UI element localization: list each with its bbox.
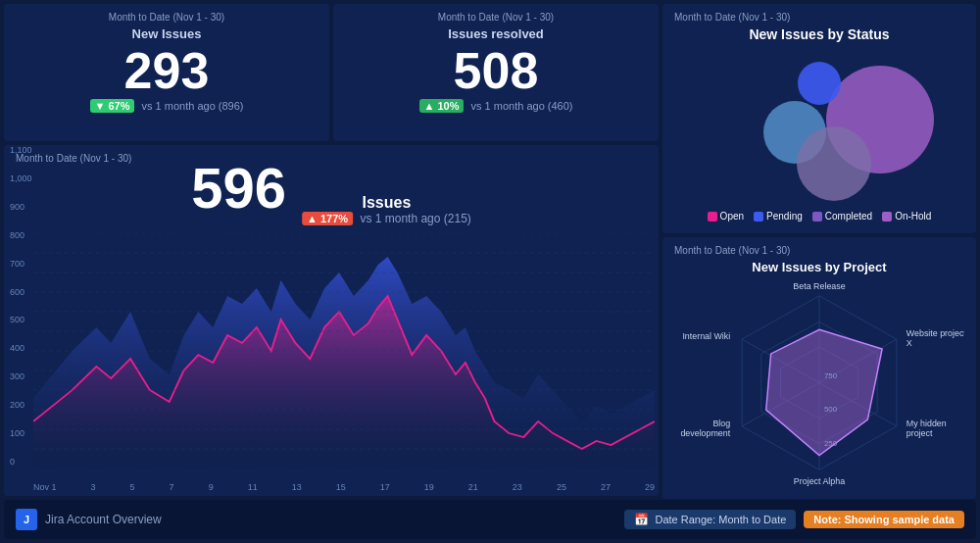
- new-issues-change-text: vs 1 month ago (896): [142, 100, 244, 112]
- resolved-title: Issues resolved: [345, 26, 647, 41]
- radar-label-bl2: development: [680, 428, 730, 438]
- radar-date-label: Month to Date (Nov 1 - 30): [674, 245, 964, 256]
- bubble-pending-small: [798, 62, 841, 105]
- chart-area: [33, 233, 655, 469]
- y-300: 300: [10, 371, 32, 381]
- radar-svg: 250 500 750 Beta Release Website project…: [674, 274, 964, 491]
- legend-open-label: Open: [720, 211, 744, 222]
- new-issues-value: 293: [16, 45, 318, 96]
- calendar-icon: 📅: [634, 513, 649, 526]
- legend-completed-dot: [812, 212, 822, 222]
- x-7: 7: [170, 482, 174, 492]
- radar-val-250: 250: [824, 439, 838, 448]
- issues-header: 596 Issues ▲ 177% vs 1 month ago (215): [191, 155, 471, 225]
- sample-data-badge: Note: Showing sample data: [804, 511, 964, 528]
- radar-label-bottom: Project Alpha: [794, 476, 845, 486]
- resolved-change: ▲ 10% vs 1 month ago (460): [345, 100, 647, 112]
- issues-change-text: vs 1 month ago (215): [360, 212, 470, 225]
- x-23: 23: [513, 482, 522, 492]
- y-100: 100: [10, 428, 32, 438]
- issues-change: ▲ 177% vs 1 month ago (215): [302, 212, 471, 225]
- date-range-label: Date Range: Month to Date: [655, 514, 786, 525]
- x-27: 27: [601, 482, 611, 492]
- y-0: 0: [10, 457, 32, 467]
- x-15: 15: [336, 482, 346, 492]
- issues-chart-card: Month to Date (Nov 1 - 30) 596 Issues ▲ …: [4, 145, 659, 496]
- radar-val-750: 750: [824, 371, 838, 380]
- y-500: 500: [10, 315, 32, 324]
- x-5: 5: [130, 482, 135, 492]
- x-19: 19: [424, 482, 434, 492]
- radar-label-bl: Blog: [712, 419, 730, 428]
- new-issues-change: ▼ 67% vs 1 month ago (896): [16, 100, 318, 112]
- x-13: 13: [292, 482, 302, 492]
- y-900: 900: [10, 202, 32, 212]
- resolved-value: 508: [345, 45, 647, 96]
- bubble-svg: [674, 46, 964, 203]
- footer-left: J Jira Account Overview: [16, 509, 162, 530]
- legend-completed: Completed: [812, 211, 872, 222]
- radar-area: 250 500 750 Beta Release Website project…: [674, 274, 964, 491]
- new-issues-date-label: Month to Date (Nov 1 - 30): [16, 12, 318, 23]
- legend-onhold: On-Hold: [882, 211, 931, 222]
- y-1100: 1,100: [10, 145, 32, 155]
- bubble-date-label: Month to Date (Nov 1 - 30): [674, 12, 964, 23]
- legend-onhold-dot: [882, 212, 892, 222]
- radar-label-br2: project: [906, 428, 933, 438]
- issues-title: Issues: [302, 194, 471, 212]
- legend-open: Open: [708, 211, 744, 222]
- radar-data: [766, 329, 882, 455]
- y-400: 400: [10, 343, 32, 353]
- bubble-legend: Open Pending Completed On-Hold: [674, 207, 964, 225]
- x-3: 3: [91, 482, 96, 492]
- radar-label-br: My hidden: [906, 419, 947, 428]
- y-800: 800: [10, 230, 32, 240]
- area-chart-svg: [33, 233, 655, 469]
- y-600: 600: [10, 287, 32, 297]
- radar-chart-title: New Issues by Project: [674, 260, 964, 274]
- y-1000: 1,000: [10, 173, 32, 183]
- resolved-change-text: vs 1 month ago (460): [471, 100, 573, 112]
- new-issues-title: New Issues: [16, 26, 318, 41]
- issues-value: 596: [191, 155, 286, 221]
- y-axis: 1,100 1,000 900 800 700 600 500 400 300 …: [10, 145, 32, 467]
- radar-label-top: Beta Release: [793, 281, 845, 291]
- footer-actions: 📅 Date Range: Month to Date Note: Showin…: [624, 510, 964, 529]
- x-21: 21: [468, 482, 478, 492]
- bubble-completed: [797, 126, 871, 201]
- x-nov1: Nov 1: [33, 482, 57, 492]
- x-25: 25: [557, 482, 566, 492]
- legend-completed-label: Completed: [825, 211, 872, 222]
- y-200: 200: [10, 400, 32, 410]
- app-name: Jira Account Overview: [45, 513, 162, 526]
- issues-badge: ▲ 177%: [302, 212, 353, 225]
- right-panel: Month to Date (Nov 1 - 30) New Issues by…: [662, 4, 976, 496]
- radar-val-500: 500: [824, 405, 838, 414]
- x-29: 29: [645, 482, 655, 492]
- y-700: 700: [10, 259, 32, 269]
- x-axis: Nov 1 3 5 7 9 11 13 15 17 19 21 23 25 27…: [33, 482, 655, 492]
- radar-label-tl: Internal Wiki: [682, 331, 730, 341]
- resolved-issues-card: Month to Date (Nov 1 - 30) Issues resolv…: [333, 4, 659, 141]
- new-issues-card: Month to Date (Nov 1 - 30) New Issues 29…: [4, 4, 329, 141]
- legend-open-dot: [708, 212, 717, 222]
- bubble-area: [674, 46, 964, 207]
- bubble-chart-card: Month to Date (Nov 1 - 30) New Issues by…: [662, 4, 976, 233]
- resolved-badge: ▲ 10%: [419, 99, 465, 113]
- legend-onhold-label: On-Hold: [895, 211, 931, 222]
- legend-pending-dot: [754, 212, 763, 222]
- x-17: 17: [380, 482, 390, 492]
- x-9: 9: [209, 482, 214, 492]
- radar-chart-card: Month to Date (Nov 1 - 30) New Issues by…: [662, 237, 976, 499]
- radar-label-tr2: X: [906, 338, 912, 348]
- x-11: 11: [248, 482, 258, 492]
- legend-pending: Pending: [754, 211, 803, 222]
- radar-label-tr: Website project: [906, 328, 964, 338]
- date-range-badge[interactable]: 📅 Date Range: Month to Date: [624, 510, 796, 529]
- jira-logo: J: [16, 509, 37, 530]
- legend-pending-label: Pending: [766, 211, 803, 222]
- footer: J Jira Account Overview 📅 Date Range: Mo…: [4, 500, 976, 539]
- bubble-chart-title: New Issues by Status: [674, 26, 964, 42]
- resolved-date-label: Month to Date (Nov 1 - 30): [345, 12, 647, 23]
- new-issues-badge: ▼ 67%: [90, 99, 135, 113]
